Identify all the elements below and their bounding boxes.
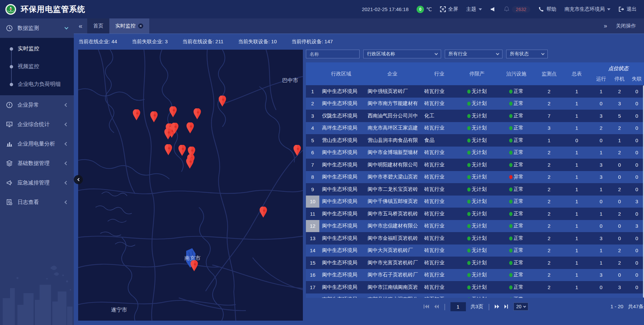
sidebar-item-video-monitor[interactable]: 视频监控 <box>0 58 74 75</box>
row-facility-cell: 正常 <box>497 137 536 144</box>
table-row[interactable]: 1 阆中生态环境局 阆中强锐页岩砖厂 砖瓦行业 无计划 正常 2 1 1 2 0 <box>306 85 644 98</box>
name-filter-input[interactable] <box>306 50 360 58</box>
sound-toggle[interactable] <box>490 6 496 12</box>
region-filter-select[interactable]: 行政区域名称 <box>363 50 441 58</box>
row-index-cell: 12 <box>306 220 319 232</box>
sidebar-item-base-data[interactable]: 基础数据管理 <box>0 154 74 173</box>
row-total-cell: 1 <box>562 284 591 290</box>
row-facility-cell: 正常 <box>497 149 536 156</box>
table-row[interactable]: 7 阆中生态环境局 阆中明阳建材有限公司 砖瓦行业 无计划 正常 2 1 3 0… <box>306 159 644 171</box>
table-row[interactable]: 16 阆中生态环境局 阆中市石子页岩机砖厂 砖瓦行业 无计划 正常 2 1 3 … <box>306 269 644 281</box>
map-city-label: 南充市 <box>184 255 201 261</box>
row-stop-cell: 无计划 <box>457 162 497 168</box>
row-points-cell: 2 <box>536 186 562 192</box>
table-row[interactable]: 14 阆中生态环境局 阆中大兴页岩机砖厂 砖瓦行业 无计划 正常 2 1 1 2… <box>306 245 644 257</box>
last-page-button[interactable] <box>504 304 509 309</box>
row-facility-cell: 正常 <box>497 211 536 217</box>
sidebar-item-emergency-reduction[interactable]: 应急减排管理 <box>0 173 74 193</box>
row-halt-cell: 2 <box>611 248 628 253</box>
collapse-map-button[interactable] <box>74 175 83 184</box>
table-row[interactable]: 4 高坪生态环境局 南充市高坪区王家店建 砖瓦行业 无计划 正常 3 1 2 2… <box>306 122 644 134</box>
map-panel[interactable]: 巴中市南充市遂宁市 <box>78 50 303 321</box>
row-stop-cell: 无计划 <box>457 235 497 241</box>
row-enterprise-cell: 西南油气田分公司川中 <box>363 113 422 119</box>
sidebar-item-log-view[interactable]: 日志查看 <box>0 193 74 212</box>
scroll-tabs-right-button[interactable]: » <box>604 22 607 30</box>
table-body: 1 阆中生态环境局 阆中强锐页岩砖厂 砖瓦行业 无计划 正常 2 1 1 2 0… <box>306 85 644 298</box>
notification-indicator[interactable]: 2632 <box>504 6 530 13</box>
map-canvas[interactable]: 巴中市南充市遂宁市 <box>78 50 303 321</box>
row-index-cell: 3 <box>306 110 319 122</box>
org-dropdown[interactable]: 南充市生态环境局 <box>565 6 610 12</box>
row-lost-cell: 0 <box>628 125 644 131</box>
sidebar-item-data-monitoring[interactable]: 数据监测 <box>0 18 74 38</box>
row-points-cell: 2 <box>536 89 562 94</box>
fullscreen-button[interactable]: 全屏 <box>440 6 458 12</box>
row-enterprise-cell: 阆中千佛镇五郎垭页岩 <box>363 198 422 205</box>
row-run-cell: 3 <box>591 174 611 180</box>
table-row[interactable]: 3 仪陇生态环境局 西南油气田分公司川中 化工 无计划 正常 7 1 3 5 0 <box>306 110 644 122</box>
table-row[interactable]: 11 阆中生态环境局 阆中市五马桥页岩机砖 砖瓦行业 无计划 正常 2 1 1 … <box>306 208 644 220</box>
sidebar-item-power-load-detail[interactable]: 企业电力负荷明细 <box>0 75 74 93</box>
row-facility-cell: 正常 <box>497 186 536 193</box>
status-filter-select[interactable]: 所有状态 <box>506 50 548 58</box>
table-row[interactable]: 6 阆中生态环境局 阆中市金博瑞新型墙材 砖瓦行业 无计划 正常 2 1 1 2… <box>306 147 644 159</box>
layers-icon <box>6 160 13 167</box>
row-district-cell: 阆中生态环境局 <box>319 284 363 290</box>
table-row[interactable]: 17 阆中生态环境局 阆中市江南镇阆南页岩 砖瓦行业 无计划 正常 2 1 0 … <box>306 281 644 293</box>
col-header-total: 总表 <box>562 62 591 85</box>
tab-home[interactable]: 首页 <box>87 18 109 34</box>
page-size-select[interactable]: 20 <box>514 303 528 311</box>
industry-filter-select[interactable]: 所有行业 <box>445 50 502 58</box>
sidebar-item-enterprise-abnormal[interactable]: 企业异常 <box>0 95 74 115</box>
sidebar-item-power-analysis[interactable]: 企业用电量分析 <box>0 134 74 154</box>
col-header-lost: 失联 <box>628 72 644 85</box>
first-page-button[interactable] <box>423 304 429 309</box>
table-row[interactable]: 13 阆中生态环境局 阆中市金福旺页岩机砖 砖瓦行业 无计划 正常 2 1 3 … <box>306 232 644 245</box>
help-button[interactable]: 帮助 <box>538 6 556 12</box>
prev-page-button[interactable] <box>434 304 439 309</box>
table-row[interactable]: 12 阆中生态环境局 阆中市忠信建材有限公 砖瓦行业 无计划 正常 2 1 0 … <box>306 220 644 232</box>
row-run-cell: 0 <box>591 223 611 229</box>
chevron-down-icon <box>64 25 68 29</box>
table-row[interactable]: 2 阆中生态环境局 阆中市南方节能建材有 砖瓦行业 无计划 正常 2 1 0 3… <box>306 98 644 110</box>
row-industry-cell: 砖瓦行业 <box>422 186 457 193</box>
close-tab-icon[interactable]: ✕ <box>138 23 143 29</box>
table-row[interactable]: 8 阆中生态环境局 阆中市枣碧大梁山页岩 砖瓦行业 无计划 异常 2 1 3 0… <box>306 171 644 183</box>
megaphone-icon <box>6 179 13 186</box>
table-row[interactable]: 10 阆中生态环境局 阆中千佛镇五郎垭页岩 砖瓦行业 无计划 正常 2 1 0 … <box>306 196 644 208</box>
status-dot-icon <box>467 139 471 143</box>
row-lost-cell: 0 <box>628 186 644 192</box>
chevron-down-icon <box>496 52 499 55</box>
row-halt-cell: 0 <box>611 174 628 180</box>
status-dot-icon <box>467 236 471 240</box>
row-index-cell: 4 <box>306 122 319 134</box>
table-row[interactable]: 9 阆中生态环境局 阆中市二龙长宝页岩砖 砖瓦行业 无计划 正常 2 1 1 2… <box>306 183 644 196</box>
row-total-cell: 1 <box>562 101 591 106</box>
filter-bar: 行政区域名称 所有行业 所有状态 <box>306 50 644 58</box>
sidebar-item-enterprise-statistics[interactable]: 企业综合统计 <box>0 115 74 134</box>
row-enterprise-cell: 阆中大兴页岩机砖厂 <box>363 247 422 254</box>
row-facility-cell: 正常 <box>497 235 536 241</box>
table-row[interactable]: 18 南部生态环境局 南部县雄狮水泥有限公 碎石加工 无计划 正常 5 2 2 … <box>306 293 644 298</box>
sidebar-submenu: 实时监控 视频监控 企业电力负荷明细 <box>0 38 74 95</box>
row-stop-cell: 无计划 <box>457 113 497 119</box>
next-page-button[interactable] <box>494 304 499 309</box>
theme-dropdown[interactable]: 主题 <box>466 6 482 12</box>
row-points-cell: 2 <box>536 162 562 168</box>
row-total-cell: 1 <box>562 186 591 192</box>
row-halt-cell: 2 <box>611 125 628 131</box>
page-number-input[interactable] <box>450 302 466 311</box>
tab-realtime-monitor[interactable]: 实时监控 ✕ <box>109 18 149 34</box>
row-points-cell: 2 <box>536 199 562 204</box>
row-district-cell: 仪陇生态环境局 <box>319 113 363 119</box>
row-points-cell: 2 <box>536 235 562 241</box>
table-row[interactable]: 15 阆中生态环境局 阆中市光富页岩机砖厂 砖瓦行业 无计划 正常 2 1 1 … <box>306 257 644 269</box>
logout-button[interactable]: 退出 <box>619 6 637 12</box>
close-operations-button[interactable]: 关闭操作 <box>616 23 636 29</box>
tab-bar: « 首页 实时监控 ✕ » 关闭操作 <box>74 18 644 34</box>
row-facility-cell: 正常 <box>497 100 536 107</box>
scroll-tabs-left-button[interactable]: « <box>74 18 87 34</box>
table-row[interactable]: 5 营山生态环境局 营山县润丰肉食品有限 食品 无计划 正常 1 0 0 1 0 <box>306 134 644 147</box>
sidebar-item-realtime-monitor[interactable]: 实时监控 <box>0 40 74 58</box>
